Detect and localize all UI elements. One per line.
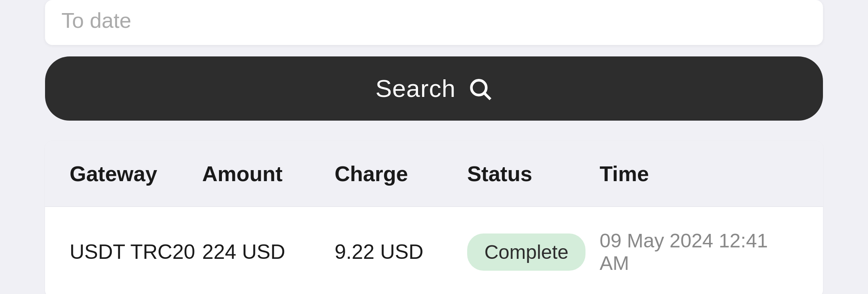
col-header-time: Time xyxy=(600,162,798,186)
cell-gateway: USDT TRC20 xyxy=(70,240,202,264)
svg-point-0 xyxy=(471,80,486,95)
col-header-gateway: Gateway xyxy=(70,162,202,186)
cell-status: Complete xyxy=(467,233,600,271)
cell-time: 09 May 2024 12:41 AM xyxy=(600,229,798,274)
table-header: Gateway Amount Charge Status Time xyxy=(45,141,823,207)
svg-line-1 xyxy=(485,93,491,99)
transactions-table: Gateway Amount Charge Status Time USDT T… xyxy=(45,141,823,294)
search-button-container: Search xyxy=(45,56,823,121)
status-badge: Complete xyxy=(467,233,585,271)
cell-amount: 224 USD xyxy=(202,240,335,264)
col-header-status: Status xyxy=(467,162,600,186)
search-button[interactable]: Search xyxy=(45,56,823,121)
search-icon xyxy=(467,76,493,101)
date-input-area: To date xyxy=(45,0,823,45)
to-date-placeholder: To date xyxy=(61,4,131,36)
cell-charge: 9.22 USD xyxy=(335,240,467,264)
search-button-label: Search xyxy=(375,74,456,103)
table-row: USDT TRC20 224 USD 9.22 USD Complete 09 … xyxy=(45,207,823,294)
col-header-charge: Charge xyxy=(335,162,467,186)
col-header-amount: Amount xyxy=(202,162,335,186)
